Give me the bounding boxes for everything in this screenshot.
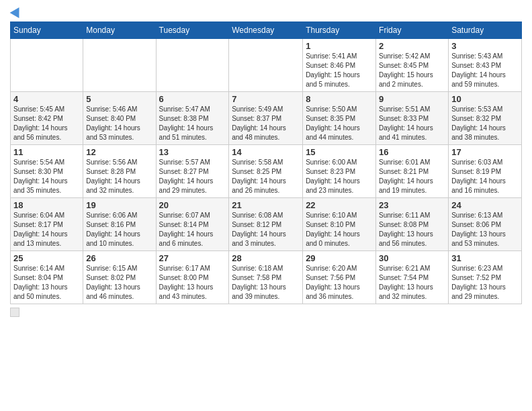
day-info: Sunrise: 6:07 AM Sunset: 8:14 PM Dayligh…	[159, 211, 226, 248]
col-wednesday: Wednesday	[229, 22, 303, 39]
day-number: 2	[379, 41, 445, 51]
calendar-cell	[11, 39, 83, 92]
day-number: 31	[451, 253, 519, 263]
day-info: Sunrise: 6:14 AM Sunset: 8:04 PM Dayligh…	[13, 264, 80, 302]
day-number: 9	[379, 94, 445, 104]
day-number: 11	[13, 147, 80, 157]
day-info: Sunrise: 5:51 AM Sunset: 8:33 PM Dayligh…	[379, 105, 445, 142]
day-info: Sunrise: 6:23 AM Sunset: 7:52 PM Dayligh…	[451, 264, 519, 302]
day-number: 30	[379, 253, 445, 263]
calendar-cell: 22Sunrise: 6:10 AM Sunset: 8:10 PM Dayli…	[303, 198, 376, 251]
day-info: Sunrise: 5:42 AM Sunset: 8:45 PM Dayligh…	[379, 52, 445, 89]
day-number: 17	[451, 147, 519, 157]
calendar-cell: 31Sunrise: 6:23 AM Sunset: 7:52 PM Dayli…	[449, 251, 522, 304]
calendar-cell	[83, 39, 156, 92]
calendar-cell	[156, 39, 229, 92]
day-number: 18	[13, 200, 80, 210]
daylight-legend-box	[10, 308, 19, 317]
calendar-cell: 18Sunrise: 6:04 AM Sunset: 8:17 PM Dayli…	[11, 198, 83, 251]
day-number: 21	[232, 200, 300, 210]
day-number: 22	[306, 200, 373, 210]
day-info: Sunrise: 6:21 AM Sunset: 7:54 PM Dayligh…	[379, 264, 445, 302]
day-number: 24	[451, 200, 519, 210]
day-number: 26	[86, 253, 152, 263]
day-info: Sunrise: 5:41 AM Sunset: 8:46 PM Dayligh…	[306, 52, 373, 89]
calendar-week-row: 4Sunrise: 5:45 AM Sunset: 8:42 PM Daylig…	[11, 92, 522, 145]
footer	[10, 308, 522, 317]
day-number: 12	[86, 147, 152, 157]
day-number: 1	[306, 41, 373, 51]
day-number: 6	[159, 94, 226, 104]
day-number: 28	[232, 253, 300, 263]
day-number: 5	[86, 94, 152, 104]
day-number: 10	[451, 94, 519, 104]
day-number: 8	[306, 94, 373, 104]
day-info: Sunrise: 6:03 AM Sunset: 8:19 PM Dayligh…	[451, 158, 519, 195]
calendar-week-row: 18Sunrise: 6:04 AM Sunset: 8:17 PM Dayli…	[11, 198, 522, 251]
col-saturday: Saturday	[449, 22, 522, 39]
calendar-cell: 2Sunrise: 5:42 AM Sunset: 8:45 PM Daylig…	[376, 39, 449, 92]
day-info: Sunrise: 6:01 AM Sunset: 8:21 PM Dayligh…	[379, 158, 445, 195]
page: Sunday Monday Tuesday Wednesday Thursday…	[0, 0, 532, 411]
day-info: Sunrise: 5:49 AM Sunset: 8:37 PM Dayligh…	[232, 105, 300, 142]
calendar-cell: 29Sunrise: 6:20 AM Sunset: 7:56 PM Dayli…	[303, 251, 376, 304]
day-info: Sunrise: 6:17 AM Sunset: 8:00 PM Dayligh…	[159, 264, 226, 302]
calendar-cell: 15Sunrise: 6:00 AM Sunset: 8:23 PM Dayli…	[303, 145, 376, 198]
calendar-cell: 1Sunrise: 5:41 AM Sunset: 8:46 PM Daylig…	[303, 39, 376, 92]
day-number: 3	[451, 41, 519, 51]
calendar-cell: 21Sunrise: 6:08 AM Sunset: 8:12 PM Dayli…	[229, 198, 303, 251]
day-number: 7	[232, 94, 300, 104]
calendar-cell: 13Sunrise: 5:57 AM Sunset: 8:27 PM Dayli…	[156, 145, 229, 198]
header	[10, 7, 522, 16]
calendar-cell: 26Sunrise: 6:15 AM Sunset: 8:02 PM Dayli…	[83, 251, 156, 304]
calendar-cell: 8Sunrise: 5:50 AM Sunset: 8:35 PM Daylig…	[303, 92, 376, 145]
calendar-cell: 12Sunrise: 5:56 AM Sunset: 8:28 PM Dayli…	[83, 145, 156, 198]
calendar-cell: 3Sunrise: 5:43 AM Sunset: 8:43 PM Daylig…	[449, 39, 522, 92]
calendar-cell: 27Sunrise: 6:17 AM Sunset: 8:00 PM Dayli…	[156, 251, 229, 304]
calendar-cell: 25Sunrise: 6:14 AM Sunset: 8:04 PM Dayli…	[11, 251, 83, 304]
col-friday: Friday	[376, 22, 449, 39]
day-info: Sunrise: 6:18 AM Sunset: 7:58 PM Dayligh…	[232, 264, 300, 302]
calendar-cell: 5Sunrise: 5:46 AM Sunset: 8:40 PM Daylig…	[83, 92, 156, 145]
col-tuesday: Tuesday	[156, 22, 229, 39]
day-info: Sunrise: 6:13 AM Sunset: 8:06 PM Dayligh…	[451, 211, 519, 248]
day-number: 23	[379, 200, 445, 210]
calendar-header-row: Sunday Monday Tuesday Wednesday Thursday…	[11, 22, 522, 39]
day-number: 4	[13, 94, 80, 104]
calendar-cell: 10Sunrise: 5:53 AM Sunset: 8:32 PM Dayli…	[449, 92, 522, 145]
calendar-cell: 9Sunrise: 5:51 AM Sunset: 8:33 PM Daylig…	[376, 92, 449, 145]
calendar-week-row: 11Sunrise: 5:54 AM Sunset: 8:30 PM Dayli…	[11, 145, 522, 198]
logo-triangle-icon	[10, 5, 24, 18]
col-sunday: Sunday	[11, 22, 83, 39]
col-monday: Monday	[83, 22, 156, 39]
day-info: Sunrise: 6:04 AM Sunset: 8:17 PM Dayligh…	[13, 211, 80, 248]
calendar-cell: 28Sunrise: 6:18 AM Sunset: 7:58 PM Dayli…	[229, 251, 303, 304]
calendar-week-row: 25Sunrise: 6:14 AM Sunset: 8:04 PM Dayli…	[11, 251, 522, 304]
calendar-cell: 23Sunrise: 6:11 AM Sunset: 8:08 PM Dayli…	[376, 198, 449, 251]
day-info: Sunrise: 5:53 AM Sunset: 8:32 PM Dayligh…	[451, 105, 519, 142]
calendar-table: Sunday Monday Tuesday Wednesday Thursday…	[10, 21, 522, 304]
day-info: Sunrise: 6:11 AM Sunset: 8:08 PM Dayligh…	[379, 211, 445, 248]
day-number: 15	[306, 147, 373, 157]
day-info: Sunrise: 5:58 AM Sunset: 8:25 PM Dayligh…	[232, 158, 300, 195]
day-info: Sunrise: 5:54 AM Sunset: 8:30 PM Dayligh…	[13, 158, 80, 195]
calendar-cell: 24Sunrise: 6:13 AM Sunset: 8:06 PM Dayli…	[449, 198, 522, 251]
day-info: Sunrise: 6:10 AM Sunset: 8:10 PM Dayligh…	[306, 211, 373, 248]
calendar-cell: 30Sunrise: 6:21 AM Sunset: 7:54 PM Dayli…	[376, 251, 449, 304]
calendar-cell: 14Sunrise: 5:58 AM Sunset: 8:25 PM Dayli…	[229, 145, 303, 198]
day-number: 27	[159, 253, 226, 263]
day-info: Sunrise: 5:46 AM Sunset: 8:40 PM Dayligh…	[86, 105, 152, 142]
day-info: Sunrise: 6:08 AM Sunset: 8:12 PM Dayligh…	[232, 211, 300, 248]
day-number: 29	[306, 253, 373, 263]
calendar-week-row: 1Sunrise: 5:41 AM Sunset: 8:46 PM Daylig…	[11, 39, 522, 92]
day-info: Sunrise: 5:50 AM Sunset: 8:35 PM Dayligh…	[306, 105, 373, 142]
calendar-body: 1Sunrise: 5:41 AM Sunset: 8:46 PM Daylig…	[11, 39, 522, 304]
calendar-cell: 20Sunrise: 6:07 AM Sunset: 8:14 PM Dayli…	[156, 198, 229, 251]
day-number: 25	[13, 253, 80, 263]
day-info: Sunrise: 5:43 AM Sunset: 8:43 PM Dayligh…	[451, 52, 519, 89]
day-number: 20	[159, 200, 226, 210]
calendar-cell: 4Sunrise: 5:45 AM Sunset: 8:42 PM Daylig…	[11, 92, 83, 145]
day-info: Sunrise: 5:57 AM Sunset: 8:27 PM Dayligh…	[159, 158, 226, 195]
calendar-cell: 19Sunrise: 6:06 AM Sunset: 8:16 PM Dayli…	[83, 198, 156, 251]
day-info: Sunrise: 5:45 AM Sunset: 8:42 PM Dayligh…	[13, 105, 80, 142]
